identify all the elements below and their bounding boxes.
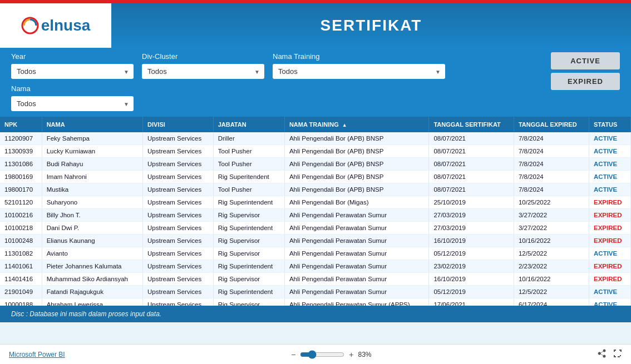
table-row[interactable]: 11301086 Budi Rahayu Upstream Services T… xyxy=(0,158,631,171)
cell-status: ACTIVE xyxy=(589,247,631,260)
expired-button[interactable]: EXPIRED xyxy=(551,73,620,90)
cell-divisi: Upstream Services xyxy=(143,132,214,145)
cell-npk: 11401416 xyxy=(0,273,42,286)
cell-divisi: Upstream Services xyxy=(143,145,214,158)
cell-tanggalsertifikat: 08/07/2021 xyxy=(429,132,514,145)
bottom-bar: Microsoft Power BI − + 83% xyxy=(0,344,631,364)
table-row[interactable]: 11301082 Avianto Upstream Services Rig S… xyxy=(0,247,631,260)
cell-jabatan: Rig Superintendent xyxy=(213,286,284,298)
logo-area: elnusa xyxy=(0,3,111,48)
cell-status: ACTIVE xyxy=(589,158,631,171)
filter-nama-group: Nama Todos xyxy=(11,84,134,111)
table-row[interactable]: 11300939 Lucky Kurniawan Upstream Servic… xyxy=(0,145,631,158)
cell-status: EXPIRED xyxy=(589,235,631,247)
filter-namatraining-select[interactable]: Todos Ahli Pengendali Bor (APB) BNSP Ahl… xyxy=(273,64,445,79)
logo-icon xyxy=(21,17,39,34)
col-header-npk: NPK xyxy=(0,117,42,132)
cell-jabatan: Rig Superintendent xyxy=(213,260,284,273)
cell-npk: 10000188 xyxy=(0,298,42,306)
cell-tanggalexpired: 3/27/2022 xyxy=(514,222,589,235)
zoom-slider[interactable] xyxy=(300,350,344,359)
cell-tanggalexpired: 2/23/2022 xyxy=(514,260,589,273)
cell-tanggalexpired: 10/16/2022 xyxy=(514,273,589,286)
cell-jabatan: Rig Supervisor xyxy=(213,273,284,286)
cell-divisi: Upstream Services xyxy=(143,158,214,171)
cell-namatraining: Ahli Pengendali Perawatan Sumur (APPS) xyxy=(284,298,428,306)
cell-namatraining: Ahli Pengendali Bor (APB) BNSP xyxy=(284,158,428,171)
cell-tanggalsertifikat: 08/07/2021 xyxy=(429,183,514,196)
cell-namatraining: Ahli Pengendali Bor (Migas) xyxy=(284,196,428,209)
cell-tanggalexpired: 7/8/2024 xyxy=(514,132,589,145)
cell-tanggalsertifikat: 16/10/2019 xyxy=(429,235,514,247)
cell-tanggalsertifikat: 05/12/2019 xyxy=(429,247,514,260)
cell-divisi: Upstream Services xyxy=(143,183,214,196)
powerbi-link[interactable]: Microsoft Power BI xyxy=(9,351,65,358)
cell-jabatan: Rig Superintendent xyxy=(213,196,284,209)
filter-year-group: Year Todos 2019 2020 2021 2022 2023 2024 xyxy=(11,52,134,79)
col-header-tanggalsertifikat: TANGGAL SERTIFIKAT xyxy=(429,117,514,132)
cell-tanggalsertifikat: 27/03/2019 xyxy=(429,209,514,222)
cell-jabatan: Rig Supervisor xyxy=(213,298,284,306)
cell-tanggalexpired: 12/5/2022 xyxy=(514,247,589,260)
fullscreen-button[interactable] xyxy=(613,349,622,360)
cell-status: ACTIVE xyxy=(589,183,631,196)
cell-tanggalexpired: 6/17/2024 xyxy=(514,298,589,306)
filter-year-label: Year xyxy=(11,52,134,61)
cell-jabatan: Rig Supervisor xyxy=(213,209,284,222)
filter-namatraining-label: Nama Training xyxy=(273,52,445,61)
table-row[interactable]: 10100218 Dani Dwi P. Upstream Services R… xyxy=(0,222,631,235)
filter-divcluster-group: Div-Cluster Todos Upstream Services Down… xyxy=(142,52,264,79)
cell-namatraining: Ahli Pengendali Perawatan Sumur xyxy=(284,260,428,273)
cell-nama: Suharyono xyxy=(42,196,142,209)
table-row[interactable]: 10000188 Abraham Lewerissa Upstream Serv… xyxy=(0,298,631,306)
table-row[interactable]: 19800169 Imam Nahroni Upstream Services … xyxy=(0,171,631,183)
table-row[interactable]: 10100248 Elianus Kaunang Upstream Servic… xyxy=(0,235,631,247)
table-row[interactable]: 10100216 Billy Jhon T. Upstream Services… xyxy=(0,209,631,222)
filter-year-select[interactable]: Todos 2019 2020 2021 2022 2023 2024 xyxy=(11,64,134,79)
table-row[interactable]: 21901049 Fatandi Rajagukguk Upstream Ser… xyxy=(0,286,631,298)
cell-status: EXPIRED xyxy=(589,209,631,222)
cell-namatraining: Ahli Pengendali Bor (APB) BNSP xyxy=(284,145,428,158)
col-header-namatraining[interactable]: NAMA TRAINING ▲ xyxy=(284,117,428,132)
cell-namatraining: Ahli Pengendali Bor (APB) BNSP xyxy=(284,183,428,196)
share-button[interactable] xyxy=(598,349,607,360)
filters-area: Year Todos 2019 2020 2021 2022 2023 2024… xyxy=(0,48,631,117)
cell-tanggalexpired: 7/8/2024 xyxy=(514,158,589,171)
data-table-container: NPK NAMA DIVISI JABATAN NAMA TRAINING ▲ … xyxy=(0,117,631,306)
active-button[interactable]: ACTIVE xyxy=(551,52,620,69)
cell-npk: 11300939 xyxy=(0,145,42,158)
cell-namatraining: Ahli Pengendali Perawatan Sumur xyxy=(284,222,428,235)
cell-nama: Dani Dwi P. xyxy=(42,222,142,235)
cell-divisi: Upstream Services xyxy=(143,298,214,306)
cell-nama: Avianto xyxy=(42,247,142,260)
cell-divisi: Upstream Services xyxy=(143,196,214,209)
zoom-in-button[interactable]: + xyxy=(349,350,353,359)
filter-nama-select[interactable]: Todos xyxy=(11,96,134,111)
cell-jabatan: Driller xyxy=(213,132,284,145)
sort-arrow-namatraining: ▲ xyxy=(342,122,347,128)
table-row[interactable]: 11401061 Pieter Johannes Kalumata Upstre… xyxy=(0,260,631,273)
cell-npk: 52101120 xyxy=(0,196,42,209)
table-row[interactable]: 52101120 Suharyono Upstream Services Rig… xyxy=(0,196,631,209)
cell-divisi: Upstream Services xyxy=(143,247,214,260)
filter-namatraining-group: Nama Training Todos Ahli Pengendali Bor … xyxy=(273,52,445,79)
cell-divisi: Upstream Services xyxy=(143,171,214,183)
cell-npk: 11401061 xyxy=(0,260,42,273)
table-row[interactable]: 11401416 Muhammad Siko Ardiansyah Upstre… xyxy=(0,273,631,286)
zoom-out-button[interactable]: − xyxy=(291,350,295,359)
cell-namatraining: Ahli Pengendali Bor (APB) BNSP xyxy=(284,171,428,183)
table-row[interactable]: 11200907 Feky Sahempa Upstream Services … xyxy=(0,132,631,145)
filter-divcluster-select[interactable]: Todos Upstream Services Downstream Corpo… xyxy=(142,64,264,79)
cell-jabatan: Tool Pusher xyxy=(213,158,284,171)
table-row[interactable]: 19800170 Mustika Upstream Services Tool … xyxy=(0,183,631,196)
cell-nama: Pieter Johannes Kalumata xyxy=(42,260,142,273)
col-header-status: STATUS xyxy=(589,117,631,132)
cell-tanggalexpired: 10/16/2022 xyxy=(514,235,589,247)
cell-jabatan: Rig Supervisor xyxy=(213,247,284,260)
cell-namatraining: Ahli Pengendali Perawatan Sumur xyxy=(284,286,428,298)
filter-divcluster-wrapper: Todos Upstream Services Downstream Corpo… xyxy=(142,64,264,79)
cell-tanggalsertifikat: 16/10/2019 xyxy=(429,273,514,286)
cell-divisi: Upstream Services xyxy=(143,209,214,222)
cell-tanggalsertifikat: 23/02/2019 xyxy=(429,260,514,273)
header: elnusa SERTIFIKAT xyxy=(0,3,631,48)
